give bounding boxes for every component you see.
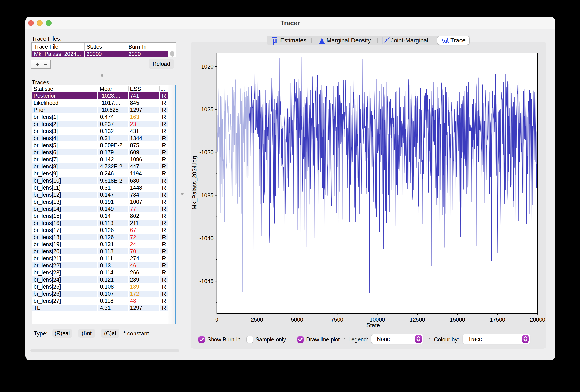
svg-text:-1025: -1025: [199, 106, 214, 113]
svg-text:2500: 2500: [251, 316, 263, 323]
svg-text:17500: 17500: [490, 316, 505, 323]
svg-text:5000: 5000: [291, 316, 303, 323]
svg-text:7500: 7500: [331, 316, 343, 323]
svg-text:0: 0: [215, 316, 218, 323]
svg-text:-1040: -1040: [199, 235, 214, 241]
svg-text:12500: 12500: [410, 316, 425, 323]
svg-text:20000: 20000: [530, 316, 545, 323]
svg-text:-1045: -1045: [199, 278, 214, 284]
svg-text:State: State: [366, 322, 380, 329]
svg-text:-1020: -1020: [199, 63, 214, 70]
svg-text:-1030: -1030: [199, 149, 214, 155]
svg-text:-1035: -1035: [199, 192, 214, 198]
svg-text:Mk_Palass_2024.log: Mk_Palass_2024.log: [191, 156, 198, 209]
svg-text:10000: 10000: [370, 316, 385, 323]
svg-text:15000: 15000: [450, 316, 465, 323]
